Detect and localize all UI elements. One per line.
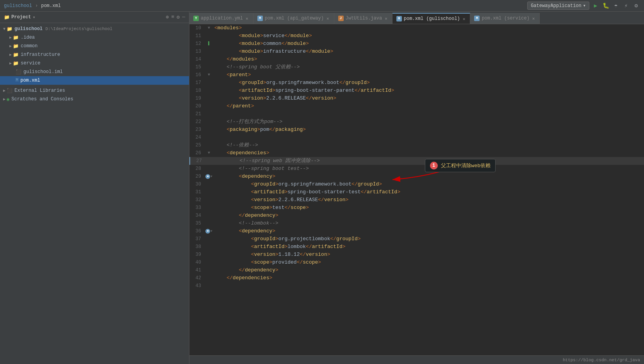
annotation-text: 父工程中清除web依赖 xyxy=(441,162,491,169)
fold-icon[interactable]: ▼ xyxy=(208,71,210,79)
sidebar-header: 📁 Project ▾ ⊕ ≡ ⚙ — xyxy=(0,12,189,23)
tab-close-icon[interactable]: ✕ xyxy=(245,16,249,21)
xml-file-icon: M xyxy=(474,16,480,21)
code-line-29: 29 ● ▼ <dependency> xyxy=(189,173,644,180)
code-line-42: 42 </dependencies> xyxy=(189,274,644,282)
project-folder-icon: 📁 xyxy=(7,26,12,32)
code-line-21: 21 xyxy=(189,110,644,118)
code-line-14: 14 </modules> xyxy=(189,55,644,63)
editor-area: Y application.yml ✕ M pom.xml (api_gatew… xyxy=(189,12,644,364)
sidebar-item-gulischool[interactable]: ▼ 📁 gulischool D:\IdeaProjects\gulischoo… xyxy=(0,25,189,33)
breadcrumb-project[interactable]: gulischool xyxy=(4,3,32,9)
tab-pom-api-gateway[interactable]: M pom.xml (api_gateway) ✕ xyxy=(253,13,334,24)
tab-label: application.yml xyxy=(201,16,243,21)
code-line-37: 37 <groupId>org.projectlombok</groupId> xyxy=(189,235,644,243)
tab-pom-service[interactable]: M pom.xml (service) ✕ xyxy=(470,13,540,24)
code-line-30: 30 <groupId>org.springframework.boot</gr… xyxy=(189,180,644,188)
tab-label: pom.xml (service) xyxy=(482,16,529,21)
project-tree: ▼ 📁 gulischool D:\IdeaProjects\gulischoo… xyxy=(0,23,189,364)
code-line-18: 18 <artifactId>spring-boot-starter-paren… xyxy=(189,87,644,95)
code-line-35: 35 <!--lombok--> xyxy=(189,219,644,227)
code-line-17: 17 <groupId>org.springframework.boot</gr… xyxy=(189,79,644,87)
code-line-40: 40 <scope>provided</scope> xyxy=(189,259,644,266)
sidebar-toolbar: ⊕ ≡ ⚙ — xyxy=(166,14,185,20)
code-line-22: 22 <!--打包方式为pom--> xyxy=(189,118,644,126)
xml-file-icon: M xyxy=(257,16,263,21)
tree-arrow-icon: ▶ xyxy=(9,35,12,40)
gear-icon[interactable]: ⚙ xyxy=(177,14,180,20)
tree-arrow-icon: ▶ xyxy=(9,52,12,57)
tab-label: JwtUtils.java xyxy=(346,16,382,21)
collapse-icon[interactable]: ≡ xyxy=(171,14,175,20)
debug-button[interactable]: 🐛 xyxy=(602,2,610,10)
code-line-11: 11 <module>service</module> xyxy=(189,32,644,40)
sidebar-title: 📁 Project ▾ xyxy=(4,14,36,20)
tab-close-icon[interactable]: ✕ xyxy=(384,16,388,21)
minimize-icon[interactable]: — xyxy=(182,14,185,20)
run-config-dropdown[interactable]: GatewayApplication ▾ xyxy=(527,2,589,10)
main-layout: 📁 Project ▾ ⊕ ≡ ⚙ — ▼ 📁 gulischool D:\Id… xyxy=(0,12,644,364)
sidebar-item-common[interactable]: ▶ 📁 common xyxy=(0,42,189,50)
tabs-bar: Y application.yml ✕ M pom.xml (api_gatew… xyxy=(189,12,644,24)
sidebar-item-scratches[interactable]: ▶ ◉ Scratches and Consoles xyxy=(0,95,189,103)
breadcrumb-sep: › xyxy=(35,3,38,9)
code-line-28: 28 <!--spring boot test--> xyxy=(189,165,644,173)
profile-button[interactable]: ⚡ xyxy=(622,2,630,10)
folder-icon: 📁 xyxy=(13,35,19,41)
code-line-16: 16 ▼ <parent> xyxy=(189,71,644,79)
code-line-23: 23 <packaging>pom</packaging> xyxy=(189,126,644,134)
folder-icon: 📁 xyxy=(13,52,19,58)
coverage-button[interactable]: ☂ xyxy=(612,2,620,10)
sidebar-item-iml[interactable]: ⬛ gulischool.iml xyxy=(0,68,189,76)
sidebar: 📁 Project ▾ ⊕ ≡ ⚙ — ▼ 📁 gulischool D:\Id… xyxy=(0,12,189,364)
sidebar-item-service[interactable]: ▶ 📁 service xyxy=(0,59,189,68)
code-line-41: 41 </dependency> xyxy=(189,266,644,274)
sidebar-item-external-libraries[interactable]: ▶ ⬛ External Libraries xyxy=(0,86,189,95)
tab-label: pom.xml (gulischool) xyxy=(404,16,460,21)
folder-icon: 📁 xyxy=(4,14,10,20)
tab-label: pom.xml (api_gateway) xyxy=(265,16,324,21)
tree-arrow-icon: ▶ xyxy=(3,88,5,93)
code-line-20: 20 </parent> xyxy=(189,102,644,110)
locate-icon[interactable]: ⊕ xyxy=(166,14,169,20)
tab-close-icon[interactable]: ✕ xyxy=(532,16,536,21)
settings-button[interactable]: ⚙ xyxy=(632,2,640,10)
code-line-43: 43 xyxy=(189,282,644,290)
code-line-39: 39 <version>1.18.12</version> xyxy=(189,251,644,259)
code-line-32: 32 <version>2.2.6.RELEASE</version> xyxy=(189,196,644,204)
sidebar-item-idea[interactable]: ▶ 📁 .idea xyxy=(0,33,189,42)
code-line-12: 12 ▌ <module>common</module> xyxy=(189,40,644,48)
java-file-icon: J xyxy=(338,16,344,21)
fold-icon[interactable]: ▼ xyxy=(208,149,210,157)
breakpoint-icon[interactable]: ● xyxy=(205,174,210,179)
chevron-down-icon: ▾ xyxy=(583,3,586,9)
annotation-bubble: 1 父工程中清除web依赖 xyxy=(425,159,496,172)
code-line-15: 15 <!--spring boot 父依赖--> xyxy=(189,63,644,71)
tab-pom-gulischool[interactable]: M pom.xml (gulischool) ✕ xyxy=(392,13,471,24)
code-line-26: 26 ▼ <dependencies> xyxy=(189,149,644,157)
code-line-19: 19 <version>2.2.6.RELEASE</version> xyxy=(189,95,644,102)
tab-jwtutils[interactable]: J JwtUtils.java ✕ xyxy=(334,13,392,24)
breadcrumb-file[interactable]: pom.xml xyxy=(41,3,61,9)
status-url: https://blog.csdn.net/grd_java xyxy=(563,358,640,362)
run-config-label: GatewayApplication xyxy=(531,3,582,9)
project-label: Project xyxy=(11,14,31,20)
fold-icon[interactable]: ▼ xyxy=(211,173,212,180)
run-button[interactable]: ▶ xyxy=(592,2,599,10)
tab-application-yml[interactable]: Y application.yml ✕ xyxy=(189,13,253,24)
fold-icon[interactable]: ▼ xyxy=(211,227,212,235)
fold-icon[interactable]: ▼ xyxy=(208,24,210,32)
tree-arrow-icon: ▶ xyxy=(3,97,5,102)
tree-arrow-icon: ▶ xyxy=(9,61,12,66)
sidebar-item-pom-xml[interactable]: M pom.xml xyxy=(0,76,189,85)
code-editor[interactable]: 10 ▼ <modules> 11 <module>service</modul… xyxy=(189,24,644,355)
code-line-33: 33 <scope>test</scope> xyxy=(189,204,644,212)
code-line-13: 13 <module>infrastructure</module> xyxy=(189,48,644,55)
tab-close-icon[interactable]: ✕ xyxy=(462,16,466,21)
breakpoint-icon[interactable]: ● xyxy=(205,229,210,234)
yaml-file-icon: Y xyxy=(193,16,199,21)
tab-close-icon[interactable]: ✕ xyxy=(326,16,330,21)
code-line-25: 25 <!--依赖--> xyxy=(189,141,644,149)
scratches-icon: ◉ xyxy=(7,96,9,102)
sidebar-item-infrastructure[interactable]: ▶ 📁 infrastructure xyxy=(0,50,189,59)
